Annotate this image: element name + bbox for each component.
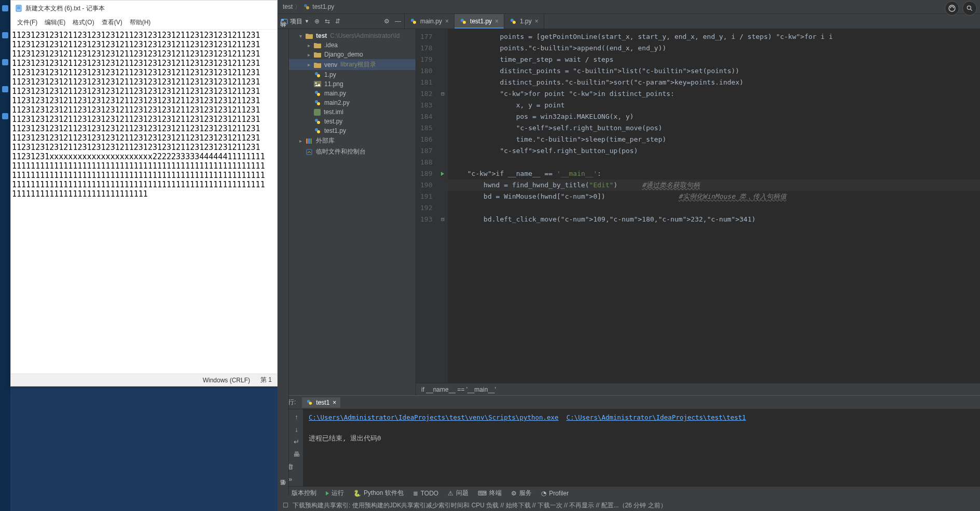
- close-icon[interactable]: ×: [445, 18, 449, 25]
- tree-node[interactable]: test.py: [289, 117, 416, 126]
- menu-format[interactable]: 格式(O): [70, 17, 97, 28]
- svg-point-35: [309, 402, 312, 405]
- svg-rect-19: [314, 81, 321, 87]
- menu-edit[interactable]: 编辑(E): [42, 17, 68, 28]
- crumb-sep: 〉: [295, 3, 301, 11]
- tree-node[interactable]: ▸venv library根目录: [289, 59, 416, 70]
- svg-point-18: [317, 74, 320, 77]
- status-profiler-button[interactable]: ◔Profiler: [541, 490, 569, 497]
- svg-rect-32: [310, 139, 312, 144]
- status-services-button[interactable]: ⚙服务: [511, 489, 532, 498]
- target-icon[interactable]: ⊕: [314, 18, 320, 25]
- editor-tab[interactable]: 1.py×: [504, 14, 544, 29]
- svg-rect-0: [16, 5, 21, 11]
- tree-node[interactable]: 临时文件和控制台: [289, 146, 416, 157]
- python-file-icon: [314, 90, 321, 97]
- status-terminal-button[interactable]: ⌨终端: [478, 489, 502, 498]
- print-icon[interactable]: 🖶: [293, 450, 301, 458]
- collapse-icon[interactable]: ⇆: [325, 18, 330, 25]
- status-label: Python 软件包: [364, 489, 404, 498]
- top-right-icons: [945, 1, 977, 16]
- chatgpt-icon[interactable]: [945, 1, 959, 16]
- tree-node[interactable]: main.py: [289, 89, 416, 98]
- code-editor[interactable]: 1771781791801811821831841851861871881891…: [416, 29, 980, 383]
- info-icon: ☐: [283, 502, 288, 509]
- python-file-icon: [314, 118, 321, 125]
- script-path-link[interactable]: C:\Users\Administrator\IdeaProjects\test…: [567, 413, 746, 421]
- status-label: Profiler: [549, 490, 569, 497]
- status-encoding: Windows (CRLF): [203, 377, 250, 384]
- scratch-icon: [306, 148, 313, 156]
- desktop-icon[interactable]: [2, 32, 8, 38]
- gear-icon[interactable]: ⚙: [384, 18, 390, 25]
- context-crumb: if __name__ == '__main__': [421, 386, 496, 393]
- hide-icon[interactable]: —: [395, 18, 401, 25]
- code-body[interactable]: points = [getPointOnLine(start_x, start_…: [448, 29, 980, 383]
- python-file-icon: [410, 18, 417, 25]
- menu-file[interactable]: 文件(F): [14, 17, 40, 28]
- notepad-text-area[interactable]: 1123123123121123123123121123123123121123…: [11, 30, 277, 374]
- run-config-tab[interactable]: test1 ×: [302, 397, 340, 408]
- svg-point-24: [317, 102, 320, 105]
- search-icon[interactable]: [962, 1, 977, 16]
- run-config-name: test1: [316, 399, 329, 406]
- notepad-icon: [15, 5, 22, 12]
- navigation-bar: test 〉 test1.py: [278, 0, 980, 13]
- fold-column[interactable]: ⊟⊟: [437, 29, 448, 383]
- close-icon[interactable]: ×: [333, 399, 336, 406]
- editor-tab[interactable]: main.py×: [405, 14, 454, 29]
- close-icon[interactable]: ×: [535, 18, 539, 25]
- svg-point-22: [317, 93, 320, 96]
- tree-node[interactable]: test1.py: [289, 126, 416, 135]
- tree-node[interactable]: 11.png: [289, 79, 416, 89]
- svg-point-8: [306, 6, 309, 9]
- run-header: 运行: test1 ×: [278, 396, 980, 409]
- close-icon[interactable]: ×: [495, 18, 499, 25]
- tree-node[interactable]: ▸Django_demo: [289, 50, 416, 59]
- status-problems-button[interactable]: ⚠问题: [448, 489, 468, 498]
- desktop-icon[interactable]: [2, 5, 8, 11]
- tree-node[interactable]: ▾test C:\Users\Administrator\Id: [289, 31, 416, 40]
- menu-view[interactable]: 查看(V): [99, 17, 126, 28]
- toolbar-row: 项目 ▼ ⊕ ⇆ ⇵ ⚙ — main.py×test1.py×1.py×: [278, 13, 980, 29]
- desktop-left-edge: [0, 0, 10, 511]
- structure-label: 结构: [279, 31, 287, 32]
- expand-icon[interactable]: ⇵: [335, 18, 340, 25]
- tree-node[interactable]: main2.py: [289, 98, 416, 107]
- python-exe-link[interactable]: C:\Users\Administrator\IdeaProjects\test…: [309, 413, 559, 421]
- tree-node[interactable]: ▸外部库: [289, 135, 416, 146]
- down-icon[interactable]: ↓: [293, 425, 301, 433]
- status-todo-button[interactable]: ≣TODO: [413, 490, 438, 497]
- editor-tabs: main.py×test1.py×1.py×: [405, 14, 980, 29]
- editor-tab[interactable]: test1.py×: [454, 14, 504, 29]
- run-gutter-icon[interactable]: [441, 172, 444, 176]
- up-icon[interactable]: ↑: [293, 412, 301, 421]
- pycharm-window: test 〉 test1.py 项目 ▼ ⊕ ⇆ ⇵ ⚙ — main.py×t…: [278, 0, 980, 511]
- svg-point-5: [967, 6, 971, 9]
- project-crumb[interactable]: test: [283, 3, 293, 10]
- tree-node[interactable]: ▸.idea: [289, 40, 416, 50]
- status-label: TODO: [421, 490, 438, 497]
- status-message[interactable]: 下载预构建共享索引: 使用预构建的JDK共享索引减少索引时间和 CPU 负载 /…: [293, 501, 667, 510]
- desktop-icon[interactable]: [2, 113, 8, 119]
- file-crumb[interactable]: test1.py: [312, 3, 334, 10]
- bookmarks-tool-button[interactable]: 书签: [279, 489, 287, 490]
- tree-node[interactable]: test.iml: [289, 107, 416, 117]
- notepad-titlebar[interactable]: 新建文本文档 (6).txt - 记事本: [11, 1, 277, 16]
- project-tree[interactable]: ▾test C:\Users\Administrator\Id▸.idea▸Dj…: [289, 29, 416, 395]
- status-label: 终端: [489, 489, 502, 498]
- status-python-button[interactable]: 🐍Python 软件包: [353, 489, 404, 498]
- status-label: 运行: [332, 489, 344, 498]
- editor-breadcrumb[interactable]: if __name__ == '__main__': [416, 383, 980, 395]
- python-file-icon: [314, 99, 321, 106]
- structure-tool-button[interactable]: 结构: [279, 31, 287, 32]
- tree-node[interactable]: 1.py: [289, 70, 416, 79]
- run-output[interactable]: C:\Users\Administrator\IdeaProjects\test…: [303, 409, 980, 486]
- menu-help[interactable]: 帮助(H): [127, 17, 154, 28]
- desktop-icon[interactable]: [2, 86, 8, 92]
- svg-rect-31: [308, 139, 310, 144]
- project-view-button[interactable]: 项目 ▼: [281, 17, 309, 26]
- desktop-icon[interactable]: [2, 59, 8, 65]
- status-play-button[interactable]: 运行: [326, 489, 344, 498]
- soft-wrap-icon[interactable]: ↵: [293, 437, 301, 446]
